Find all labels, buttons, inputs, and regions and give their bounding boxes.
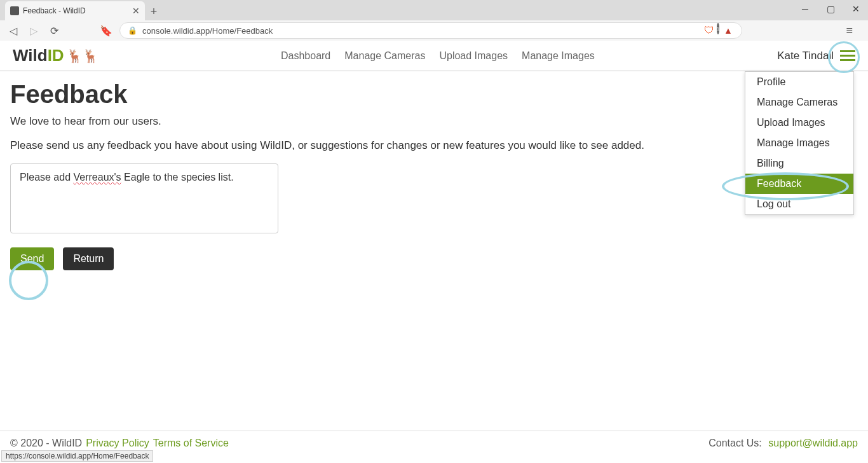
instructions-text: Please send us any feedback you have abo… (10, 139, 858, 152)
new-tab-button[interactable]: + (145, 3, 163, 20)
back-button[interactable]: ◁ (6, 24, 20, 38)
main-nav: Dashboard Manage Cameras Upload Images M… (281, 50, 595, 62)
forward-button[interactable]: ▷ (27, 24, 41, 38)
nav-manage-cameras[interactable]: Manage Cameras (344, 50, 425, 62)
send-button[interactable]: Send (10, 247, 54, 270)
favicon-icon (10, 6, 19, 15)
dropdown-item-manage-cameras[interactable]: Manage Cameras (745, 92, 853, 113)
browser-menu-button[interactable]: ≡ (842, 23, 857, 39)
page-title: Feedback (10, 80, 858, 109)
return-button[interactable]: Return (63, 247, 114, 270)
nav-dashboard[interactable]: Dashboard (281, 50, 330, 62)
site-logo[interactable]: WildID 🦌🦌 (13, 46, 98, 66)
window-minimize-button[interactable]: ─ (797, 3, 813, 15)
bookmark-icon[interactable]: 🔖 (99, 24, 113, 38)
url-text: console.wildid.app/Home/Feedback (142, 26, 273, 36)
logo-id: ID (48, 46, 64, 66)
hamburger-bar-icon (840, 59, 855, 61)
site-menu-button[interactable] (840, 50, 855, 61)
hamburger-bar-icon (840, 55, 855, 57)
dropdown-item-billing[interactable]: Billing (745, 153, 853, 174)
contact-label: Contact Us: (709, 438, 764, 448)
user-dropdown-menu: Profile Manage Cameras Upload Images Man… (745, 71, 854, 215)
lock-icon: 🔒 (128, 26, 137, 35)
nav-manage-images[interactable]: Manage Images (522, 50, 595, 62)
user-name-label: Kate Tindall (777, 50, 834, 62)
logo-wild: Wild (13, 46, 48, 66)
brave-badge: 1 (717, 23, 719, 34)
brave-shield-icon[interactable]: 🛡1 (705, 25, 716, 36)
dropdown-item-profile[interactable]: Profile (745, 72, 853, 92)
site-header: WildID 🦌🦌 Dashboard Manage Cameras Uploa… (0, 41, 868, 71)
tab-close-icon[interactable]: ✕ (132, 6, 140, 16)
intro-text: We love to hear from our users. (10, 115, 858, 128)
copyright-text: © 2020 - WildID (10, 438, 82, 449)
dropdown-item-logout[interactable]: Log out (745, 194, 853, 214)
hamburger-bar-icon (840, 50, 855, 52)
tab-title: Feedback - WildID (23, 6, 128, 15)
browser-chrome: ─ ▢ ✕ Feedback - WildID ✕ + ◁ ▷ ⟳ 🔖 🔒 co… (0, 0, 868, 41)
reload-button[interactable]: ⟳ (47, 24, 61, 38)
textarea-text-suffix: Eagle to the species list. (121, 172, 234, 183)
browser-status-bar: https://console.wildid.app/Home/Feedback (1, 450, 153, 462)
dropdown-item-upload-images[interactable]: Upload Images (745, 113, 853, 133)
dropdown-item-feedback[interactable]: Feedback (745, 174, 853, 194)
terms-link[interactable]: Terms of Service (153, 438, 229, 449)
page-content: Feedback We love to hear from our users.… (0, 71, 868, 279)
address-bar[interactable]: 🔒 console.wildid.app/Home/Feedback 🛡1 ▲ (119, 22, 742, 39)
feedback-textarea[interactable]: Please add Verreaux's Eagle to the speci… (10, 163, 278, 233)
window-close-button[interactable]: ✕ (848, 3, 864, 15)
nav-upload-images[interactable]: Upload Images (439, 50, 508, 62)
dropdown-item-manage-images[interactable]: Manage Images (745, 133, 853, 153)
textarea-text-prefix: Please add (20, 172, 74, 183)
textarea-text-spellcheck: Verreaux's (74, 172, 121, 183)
site-footer: © 2020 - WildID Privacy Policy Terms of … (0, 431, 868, 452)
privacy-link[interactable]: Privacy Policy (86, 438, 149, 449)
browser-tab[interactable]: Feedback - WildID ✕ (5, 1, 145, 20)
contact-email-link[interactable]: support@wildid.app (768, 438, 858, 448)
extension-icon[interactable]: ▲ (722, 25, 734, 36)
logo-animals-icon: 🦌🦌 (67, 48, 98, 64)
window-maximize-button[interactable]: ▢ (822, 3, 839, 15)
